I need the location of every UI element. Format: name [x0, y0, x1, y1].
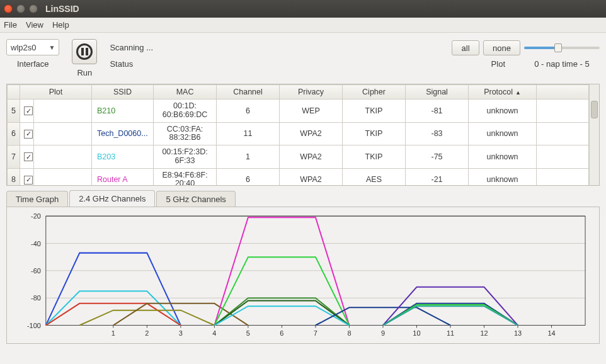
col-signal[interactable]: Signal: [406, 85, 469, 100]
row-number: 8: [8, 168, 20, 185]
table-row[interactable]: 6Tech_D0060...CC:03:FA:88:32:B611WPA2TKI…: [8, 122, 589, 145]
col-privacy[interactable]: Privacy: [280, 85, 343, 100]
table-scrollbar[interactable]: [589, 84, 599, 185]
cell-protocol: unknown: [469, 168, 537, 185]
svg-text:6: 6: [280, 329, 283, 337]
table-row[interactable]: 7B20300:15:F2:3D:6F:331WPA2TKIP-75unknow…: [8, 145, 589, 169]
window-title: LinSSID: [45, 4, 79, 14]
col-cipher[interactable]: Cipher: [343, 85, 406, 100]
tab-24ghz[interactable]: 2.4 GHz Channels: [69, 190, 155, 207]
svg-text:-20: -20: [31, 212, 41, 220]
run-button[interactable]: [72, 39, 97, 64]
svg-text:7: 7: [314, 329, 317, 337]
cell-privacy: WEP: [280, 100, 343, 123]
menubar: File View Help: [0, 18, 606, 33]
cell-cipher: TKIP: [343, 100, 406, 123]
interface-value: wlp2s0: [11, 43, 36, 52]
cell-signal: -81: [406, 100, 469, 123]
plot-checkbox[interactable]: [20, 145, 34, 169]
cell-signal: -83: [406, 122, 469, 145]
cell-ssid: B203: [92, 145, 154, 169]
sort-asc-icon: ▲: [515, 89, 521, 96]
col-channel[interactable]: Channel: [217, 85, 280, 100]
svg-text:-100: -100: [27, 321, 41, 329]
cell-privacy: WPA2: [280, 122, 343, 145]
minimize-icon[interactable]: [16, 4, 25, 13]
svg-text:12: 12: [480, 329, 488, 337]
svg-text:5: 5: [246, 329, 250, 337]
tab-5ghz[interactable]: 5 GHz Channels: [156, 191, 235, 207]
cell-protocol: unknown: [469, 100, 537, 123]
plot-none-button[interactable]: none: [483, 40, 520, 55]
window-titlebar: LinSSID: [0, 0, 606, 18]
table-row[interactable]: 5B21000:1D:60:B6:69:DC6WEPTKIP-81unknown: [8, 100, 589, 123]
naptime-slider[interactable]: [524, 40, 600, 55]
row-number: 7: [8, 145, 20, 169]
cell-mac: 00:15:F2:3D:6F:33: [154, 145, 217, 169]
cell-cipher: TKIP: [343, 122, 406, 145]
svg-text:1: 1: [111, 329, 115, 337]
plot-checkbox[interactable]: [20, 100, 34, 123]
cell-protocol: unknown: [469, 145, 537, 169]
plot-checkbox[interactable]: [20, 122, 34, 145]
cell-protocol: unknown: [469, 122, 537, 145]
svg-text:10: 10: [413, 329, 420, 337]
table-row[interactable]: 8Router AE8:94:F6:8F:20:406WPA2AES-21unk…: [8, 168, 589, 185]
pause-icon: [76, 43, 93, 60]
svg-text:-60: -60: [31, 267, 41, 275]
status-value: Scanning ...: [110, 39, 153, 55]
interface-label: Interface: [17, 59, 49, 69]
menu-file[interactable]: File: [4, 20, 17, 30]
cell-ssid: Tech_D0060...: [92, 122, 154, 145]
close-icon[interactable]: [4, 4, 13, 13]
tab-time-graph[interactable]: Time Graph: [6, 191, 68, 207]
svg-text:-40: -40: [31, 239, 41, 247]
cell-channel: 6: [217, 100, 280, 123]
menu-help[interactable]: Help: [52, 20, 69, 30]
svg-text:13: 13: [514, 329, 522, 337]
col-ssid[interactable]: SSID: [92, 85, 154, 100]
interface-select[interactable]: wlp2s0 ▼: [6, 39, 59, 55]
chevron-down-icon: ▼: [49, 44, 55, 51]
svg-text:-80: -80: [31, 294, 41, 302]
naptime-label: 0 - nap time - 5: [534, 59, 589, 69]
plot-label: Plot: [491, 59, 505, 69]
cell-ssid: B210: [92, 100, 154, 123]
row-number: 6: [8, 122, 20, 145]
svg-text:4: 4: [212, 329, 216, 337]
run-label: Run: [77, 68, 92, 77]
cell-channel: 1: [217, 145, 280, 169]
plot-checkbox[interactable]: [20, 168, 34, 185]
table-header-row: Plot SSID MAC Channel Privacy Cipher Sig…: [8, 85, 589, 100]
col-protocol[interactable]: Protocol▲: [469, 85, 537, 100]
svg-text:11: 11: [447, 329, 454, 337]
cell-cipher: TKIP: [343, 145, 406, 169]
status-label: Status: [110, 59, 133, 69]
cell-signal: -75: [406, 145, 469, 169]
col-spacer: [537, 85, 589, 100]
cell-channel: 6: [217, 168, 280, 185]
cell-channel: 11: [217, 122, 280, 145]
col-mac[interactable]: MAC: [154, 85, 217, 100]
networks-table: Plot SSID MAC Channel Privacy Cipher Sig…: [6, 84, 600, 186]
svg-text:8: 8: [347, 329, 351, 337]
row-number: 5: [8, 100, 20, 123]
chart-tabs: Time Graph 2.4 GHz Channels 5 GHz Channe…: [6, 190, 600, 207]
svg-text:14: 14: [547, 329, 555, 337]
cell-ssid: Router A: [92, 168, 154, 185]
cell-mac: 00:1D:60:B6:69:DC: [154, 100, 217, 123]
cell-mac: E8:94:F6:8F:20:40: [154, 168, 217, 185]
svg-text:2: 2: [145, 329, 149, 337]
maximize-icon[interactable]: [29, 4, 38, 13]
cell-mac: CC:03:FA:88:32:B6: [154, 122, 217, 145]
cell-privacy: WPA2: [280, 145, 343, 169]
svg-text:9: 9: [381, 329, 385, 337]
plot-all-button[interactable]: all: [452, 40, 479, 55]
channel-chart: -20-40-60-80-1001234567891011121314: [6, 207, 600, 344]
menu-view[interactable]: View: [26, 20, 43, 30]
col-rownum[interactable]: [8, 85, 20, 100]
cell-cipher: AES: [343, 168, 406, 185]
cell-signal: -21: [406, 168, 469, 185]
col-plot[interactable]: Plot: [20, 85, 92, 100]
cell-privacy: WPA2: [280, 168, 343, 185]
